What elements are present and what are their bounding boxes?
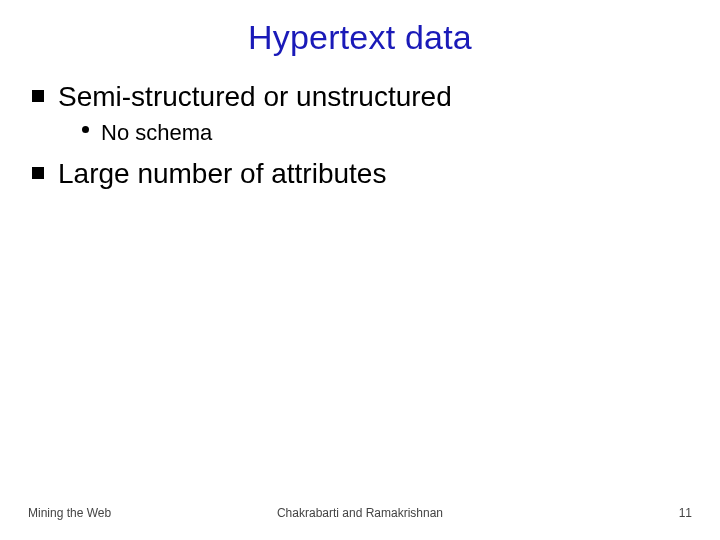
bullet-text: Semi-structured or unstructured [58, 79, 452, 114]
footer-center: Chakrabarti and Ramakrishnan [277, 506, 443, 520]
slide: Hypertext data Semi-structured or unstru… [0, 0, 720, 540]
square-bullet-icon [32, 167, 44, 179]
bullet-level1: Large number of attributes [32, 156, 692, 191]
bullet-level1: Semi-structured or unstructured [32, 79, 692, 114]
footer-left: Mining the Web [28, 506, 111, 520]
slide-title: Hypertext data [28, 18, 692, 57]
sub-bullet-text: No schema [101, 120, 212, 146]
page-number: 11 [679, 506, 692, 520]
square-bullet-icon [32, 90, 44, 102]
dot-bullet-icon [82, 126, 89, 133]
bullet-level2: No schema [82, 120, 692, 146]
bullet-text: Large number of attributes [58, 156, 386, 191]
slide-footer: Mining the Web Chakrabarti and Ramakrish… [28, 506, 692, 520]
